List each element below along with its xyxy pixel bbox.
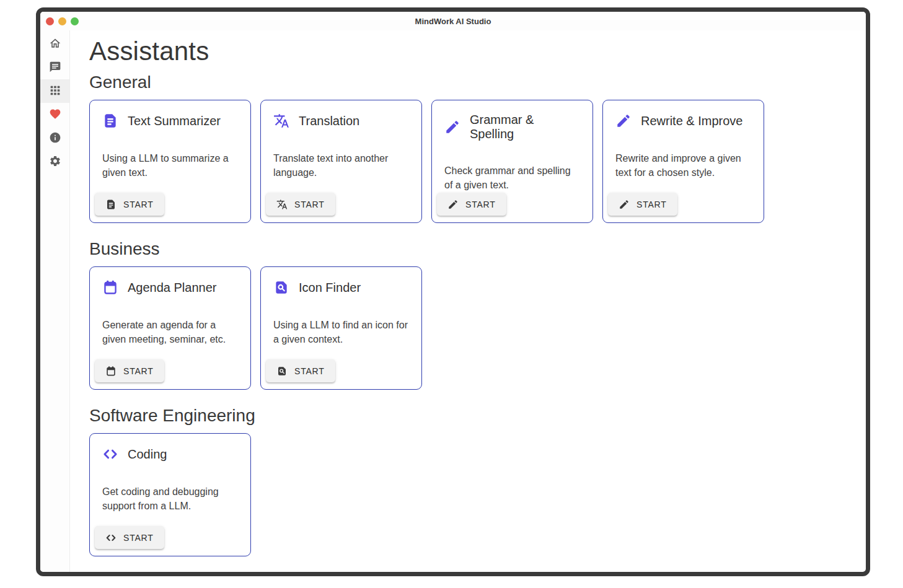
sidebar-item-chats[interactable] bbox=[40, 56, 69, 79]
sidebar-item-assistants[interactable] bbox=[40, 79, 69, 103]
sidebar-item-settings[interactable] bbox=[40, 150, 69, 173]
card-rewrite-improve: Rewrite & Improve Rewrite and improve a … bbox=[602, 100, 764, 223]
start-button-rewrite-improve[interactable]: START bbox=[608, 193, 677, 216]
icon-search-icon bbox=[276, 366, 288, 377]
translate-icon bbox=[273, 113, 289, 129]
cards-row-business: Agenda Planner Generate an agenda for a … bbox=[89, 266, 866, 390]
section-title-business: Business bbox=[89, 239, 866, 259]
card-description: Check grammar and spelling of a given te… bbox=[444, 164, 580, 192]
start-button-text-summarizer[interactable]: START bbox=[95, 193, 164, 216]
section-title-general: General bbox=[89, 72, 866, 92]
code-icon bbox=[105, 532, 117, 543]
code-icon bbox=[102, 446, 118, 462]
pencil-icon bbox=[447, 199, 459, 210]
card-title: Translation bbox=[299, 114, 359, 128]
icon-search-icon bbox=[273, 279, 289, 296]
sidebar bbox=[40, 30, 70, 572]
start-button-label: START bbox=[294, 200, 325, 209]
card-title: Icon Finder bbox=[299, 281, 361, 295]
pencil-icon bbox=[615, 113, 632, 129]
card-coding: Coding Get coding and debugging support … bbox=[89, 433, 251, 556]
start-button-coding[interactable]: START bbox=[95, 526, 164, 549]
close-button[interactable] bbox=[46, 17, 54, 25]
document-icon bbox=[105, 199, 117, 210]
calendar-icon bbox=[105, 366, 117, 377]
start-button-label: START bbox=[294, 366, 325, 376]
section-title-software-engineering: Software Engineering bbox=[89, 406, 866, 426]
gear-icon bbox=[49, 155, 61, 169]
card-title: Coding bbox=[128, 447, 167, 462]
zoom-button[interactable] bbox=[71, 17, 79, 25]
title-bar: MindWork AI Studio bbox=[40, 12, 866, 30]
home-icon bbox=[49, 37, 61, 51]
card-grammar-spelling: Grammar & Spelling Check grammar and spe… bbox=[431, 100, 593, 223]
cards-row-general: Text Summarizer Using a LLM to summarize… bbox=[89, 100, 866, 223]
sidebar-item-favorites[interactable] bbox=[40, 103, 69, 126]
cards-row-software-engineering: Coding Get coding and debugging support … bbox=[89, 433, 866, 556]
calendar-icon bbox=[102, 279, 118, 296]
start-button-agenda-planner[interactable]: START bbox=[95, 359, 164, 382]
start-button-label: START bbox=[123, 200, 154, 209]
pencil-icon bbox=[444, 119, 460, 135]
card-icon-finder: Icon Finder Using a LLM to find an icon … bbox=[260, 266, 422, 390]
window-title: MindWork AI Studio bbox=[40, 17, 866, 26]
sidebar-item-home[interactable] bbox=[40, 32, 69, 56]
card-agenda-planner: Agenda Planner Generate an agenda for a … bbox=[89, 266, 251, 390]
card-description: Translate text into another language. bbox=[273, 151, 409, 180]
document-icon bbox=[102, 113, 118, 129]
heart-icon bbox=[49, 108, 61, 122]
start-button-label: START bbox=[123, 366, 154, 376]
info-icon bbox=[49, 131, 61, 146]
start-button-grammar-spelling[interactable]: START bbox=[437, 193, 506, 216]
chat-icon bbox=[49, 61, 61, 75]
apps-icon bbox=[49, 84, 61, 99]
card-title: Rewrite & Improve bbox=[641, 114, 743, 128]
card-title: Text Summarizer bbox=[128, 114, 221, 128]
start-button-label: START bbox=[637, 200, 667, 209]
card-description: Using a LLM to summarize a given text. bbox=[102, 151, 238, 180]
start-button-icon-finder[interactable]: START bbox=[266, 359, 335, 382]
card-text-summarizer: Text Summarizer Using a LLM to summarize… bbox=[89, 100, 251, 223]
sidebar-item-about[interactable] bbox=[40, 126, 69, 150]
page-title: Assistants bbox=[89, 37, 866, 66]
translate-icon bbox=[276, 199, 288, 210]
card-description: Using a LLM to find an icon for a given … bbox=[273, 318, 409, 346]
pencil-icon bbox=[619, 199, 630, 210]
card-description: Generate an agenda for a given meeting, … bbox=[102, 318, 238, 346]
card-description: Rewrite and improve a given text for a c… bbox=[615, 151, 751, 180]
app-window: MindWork AI Studio Assistants bbox=[36, 7, 870, 576]
card-translation: Translation Translate text into another … bbox=[260, 100, 422, 223]
start-button-label: START bbox=[123, 533, 154, 543]
content-area: Assistants General Text Summarizer Using… bbox=[70, 30, 866, 572]
start-button-label: START bbox=[465, 200, 496, 209]
card-title: Grammar & Spelling bbox=[470, 113, 580, 141]
card-title: Agenda Planner bbox=[128, 281, 216, 295]
traffic-lights bbox=[46, 17, 79, 25]
start-button-translation[interactable]: START bbox=[266, 193, 335, 216]
card-description: Get coding and debugging support from a … bbox=[102, 485, 238, 513]
minimize-button[interactable] bbox=[58, 17, 66, 25]
